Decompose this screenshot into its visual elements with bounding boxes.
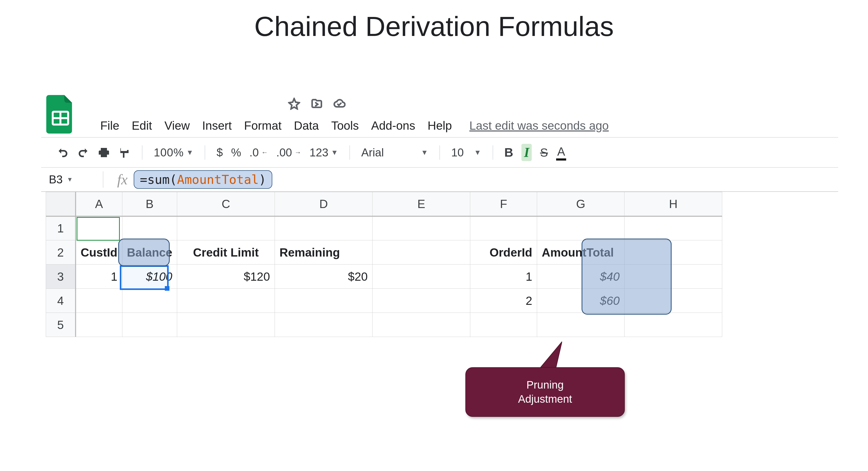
callout-line1: Pruning xyxy=(481,378,609,392)
percent-button[interactable]: % xyxy=(231,146,241,159)
col-header-E[interactable]: E xyxy=(373,192,470,216)
menu-view[interactable]: View xyxy=(164,119,190,133)
cell-A3[interactable]: 1 xyxy=(75,265,122,289)
cell-D2[interactable]: Remaining xyxy=(275,240,373,265)
cell-F1[interactable] xyxy=(470,216,537,240)
menu-file[interactable]: File xyxy=(100,119,119,133)
callout-box: Pruning Adjustment xyxy=(465,367,625,417)
cell-A5[interactable] xyxy=(75,313,122,337)
fx-icon: fx xyxy=(103,171,134,188)
cell-A1[interactable] xyxy=(75,216,122,240)
zoom-dropdown[interactable]: 100%▼ xyxy=(154,146,193,159)
col-header-F[interactable]: F xyxy=(470,192,537,216)
cell-C3[interactable]: $120 xyxy=(177,265,275,289)
row-header-1[interactable]: 1 xyxy=(46,216,75,240)
cell-B1[interactable] xyxy=(122,216,177,240)
cell-H5[interactable] xyxy=(624,313,722,337)
menu-tools[interactable]: Tools xyxy=(331,119,359,133)
cell-H3[interactable] xyxy=(624,265,722,289)
font-dropdown[interactable]: Arial▼ xyxy=(361,146,428,159)
menu-data[interactable]: Data xyxy=(294,119,319,133)
cell-B5[interactable] xyxy=(122,313,177,337)
last-edit-link[interactable]: Last edit was seconds ago xyxy=(469,119,609,133)
star-icon[interactable] xyxy=(288,98,300,110)
formula-input[interactable]: =sum(AmountTotal) xyxy=(134,170,272,189)
spreadsheet-grid[interactable]: A B C D E F G H 1 2 xyxy=(46,192,722,337)
cell-G5[interactable] xyxy=(537,313,624,337)
menu-addons[interactable]: Add-ons xyxy=(371,119,415,133)
cell-C5[interactable] xyxy=(177,313,275,337)
sheets-window: File Edit View Insert Format Data Tools … xyxy=(41,98,838,337)
col-header-H[interactable]: H xyxy=(624,192,722,216)
name-box[interactable]: B3▼ xyxy=(49,173,103,186)
cell-B3[interactable]: $100 xyxy=(122,265,177,289)
row-header-2[interactable]: 2 xyxy=(46,240,75,265)
cell-A4[interactable] xyxy=(75,289,122,313)
paint-format-icon[interactable] xyxy=(118,146,131,159)
formula-bar: B3▼ fx =sum(AmountTotal) xyxy=(41,167,838,192)
slide-title: Chained Derivation Formulas xyxy=(0,0,868,42)
menu-help[interactable]: Help xyxy=(428,119,452,133)
cloud-saved-icon[interactable] xyxy=(333,98,346,110)
col-header-B[interactable]: B xyxy=(122,192,177,216)
fontsize-dropdown[interactable]: 10▼ xyxy=(451,146,481,159)
strikethrough-button[interactable]: S xyxy=(540,146,548,160)
bold-button[interactable]: B xyxy=(504,145,514,160)
cell-F2[interactable]: OrderId xyxy=(470,240,537,265)
col-header-C[interactable]: C xyxy=(177,192,275,216)
cell-H4[interactable] xyxy=(624,289,722,313)
increase-decimal-button[interactable]: .00→ xyxy=(276,146,301,159)
cell-E3[interactable] xyxy=(373,265,470,289)
undo-icon[interactable] xyxy=(57,146,69,159)
cell-E1[interactable] xyxy=(373,216,470,240)
cell-F4[interactable]: 2 xyxy=(470,289,537,313)
print-icon[interactable] xyxy=(98,146,110,159)
cell-F5[interactable] xyxy=(470,313,537,337)
cell-G3[interactable]: $40 xyxy=(537,265,624,289)
menu-format[interactable]: Format xyxy=(244,119,282,133)
select-all-corner[interactable] xyxy=(46,192,75,216)
cell-D3[interactable]: $20 xyxy=(275,265,373,289)
row-header-4[interactable]: 4 xyxy=(46,289,75,313)
sheets-logo-icon xyxy=(46,95,74,134)
move-folder-icon[interactable] xyxy=(311,98,323,110)
cell-E2[interactable] xyxy=(373,240,470,265)
decrease-decimal-button[interactable]: .0← xyxy=(249,146,268,159)
cell-D5[interactable] xyxy=(275,313,373,337)
cell-D1[interactable] xyxy=(275,216,373,240)
cell-B2[interactable]: Balance xyxy=(122,240,177,265)
menu-insert[interactable]: Insert xyxy=(202,119,231,133)
callout-line2: Adjustment xyxy=(481,392,609,406)
menu-edit[interactable]: Edit xyxy=(132,119,152,133)
cell-G4[interactable]: $60 xyxy=(537,289,624,313)
redo-icon[interactable] xyxy=(77,146,90,159)
toolbar: 100%▼ $ % .0← .00→ 123▼ Arial▼ 10▼ B I S… xyxy=(41,138,838,167)
col-header-A[interactable]: A xyxy=(75,192,122,216)
row-header-3[interactable]: 3 xyxy=(46,265,75,289)
text-color-button[interactable]: A xyxy=(556,144,566,161)
menubar: File Edit View Insert Format Data Tools … xyxy=(41,111,838,133)
col-header-D[interactable]: D xyxy=(275,192,373,216)
cell-G1[interactable] xyxy=(537,216,624,240)
cell-E4[interactable] xyxy=(373,289,470,313)
cell-C1[interactable] xyxy=(177,216,275,240)
row-header-5[interactable]: 5 xyxy=(46,313,75,337)
cell-H2[interactable] xyxy=(624,240,722,265)
cell-G2[interactable]: AmountTotal xyxy=(537,240,624,265)
italic-button[interactable]: I xyxy=(521,144,532,161)
cell-B4[interactable] xyxy=(122,289,177,313)
currency-button[interactable]: $ xyxy=(216,146,223,159)
cell-C4[interactable] xyxy=(177,289,275,313)
cell-H1[interactable] xyxy=(624,216,722,240)
cell-E5[interactable] xyxy=(373,313,470,337)
cell-D4[interactable] xyxy=(275,289,373,313)
cell-A2[interactable]: CustId xyxy=(75,240,122,265)
col-header-G[interactable]: G xyxy=(537,192,624,216)
number-format-dropdown[interactable]: 123▼ xyxy=(310,146,338,159)
cell-C2[interactable]: Credit Limit xyxy=(177,240,275,265)
cell-F3[interactable]: 1 xyxy=(470,265,537,289)
